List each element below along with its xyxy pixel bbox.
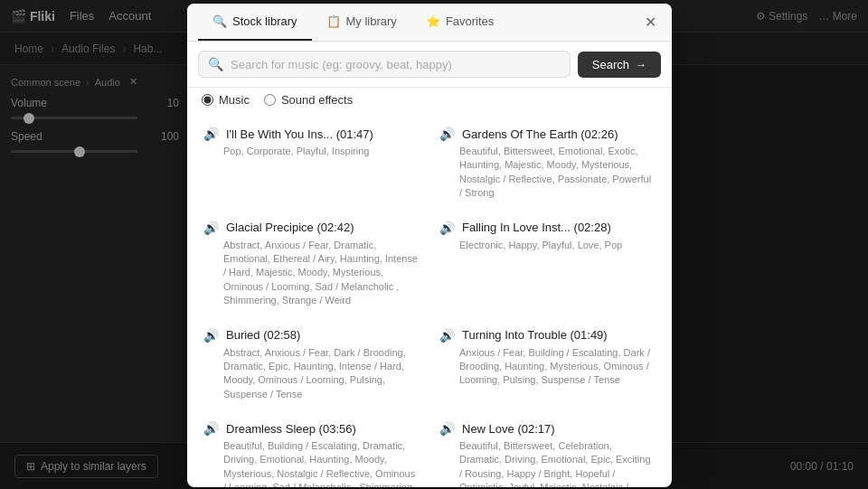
favorites-icon: ⭐ (426, 14, 440, 28)
speaker-icon: 🔊 (203, 328, 219, 343)
list-item[interactable]: 🔊 Gardens Of The Earth (02:26) Beautiful… (430, 118, 665, 210)
search-input-wrapper: 🔍 (198, 51, 571, 78)
list-item[interactable]: 🔊 Glacial Precipice (02:42) Abstract, An… (194, 212, 429, 317)
radio-row: Music Sound effects (187, 88, 672, 114)
list-item[interactable]: 🔊 Buried (02:58) Abstract, Anxious / Fea… (194, 319, 429, 411)
radio-music-label[interactable]: Music (202, 93, 250, 107)
search-button[interactable]: Search → (578, 52, 661, 78)
stock-library-modal: 🔍 Stock library 📋 My library ⭐ Favorites… (187, 4, 672, 487)
radio-sound-effects[interactable] (264, 94, 276, 106)
search-input[interactable] (231, 58, 561, 71)
stock-library-icon: 🔍 (212, 14, 227, 28)
music-list: 🔊 I'll Be With You Ins... (01:47) Pop, C… (187, 114, 672, 487)
list-item[interactable]: 🔊 Dreamless Sleep (03:56) Beautiful, Bui… (194, 412, 429, 487)
tab-favorites[interactable]: ⭐ Favorites (411, 4, 508, 41)
speaker-icon: 🔊 (439, 328, 455, 343)
list-item[interactable]: 🔊 New Love (02:17) Beautiful, Bitterswee… (430, 412, 665, 487)
search-row: 🔍 Search → (187, 42, 672, 88)
tab-my-library[interactable]: 📋 My library (312, 4, 411, 41)
radio-music[interactable] (202, 94, 213, 106)
my-library-icon: 📋 (326, 14, 341, 28)
music-grid: 🔊 I'll Be With You Ins... (01:47) Pop, C… (194, 118, 665, 487)
speaker-icon: 🔊 (203, 221, 219, 235)
speaker-icon: 🔊 (439, 127, 455, 141)
search-magnifier-icon: 🔍 (208, 57, 223, 71)
modal-tabs: 🔍 Stock library 📋 My library ⭐ Favorites… (187, 4, 672, 42)
list-item[interactable]: 🔊 I'll Be With You Ins... (01:47) Pop, C… (194, 118, 429, 210)
list-item[interactable]: 🔊 Turning Into Trouble (01:49) Anxious /… (430, 319, 665, 411)
list-item[interactable]: 🔊 Falling In Love Inst... (02:28) Electr… (430, 212, 665, 317)
modal-close-button[interactable]: ✕ (639, 12, 661, 33)
speaker-icon: 🔊 (439, 221, 455, 235)
search-arrow-icon: → (635, 58, 646, 71)
speaker-icon: 🔊 (203, 127, 219, 141)
radio-sound-effects-label[interactable]: Sound effects (264, 93, 353, 107)
tab-stock-library[interactable]: 🔍 Stock library (198, 4, 312, 41)
speaker-icon: 🔊 (203, 421, 219, 436)
speaker-icon: 🔊 (439, 421, 455, 436)
